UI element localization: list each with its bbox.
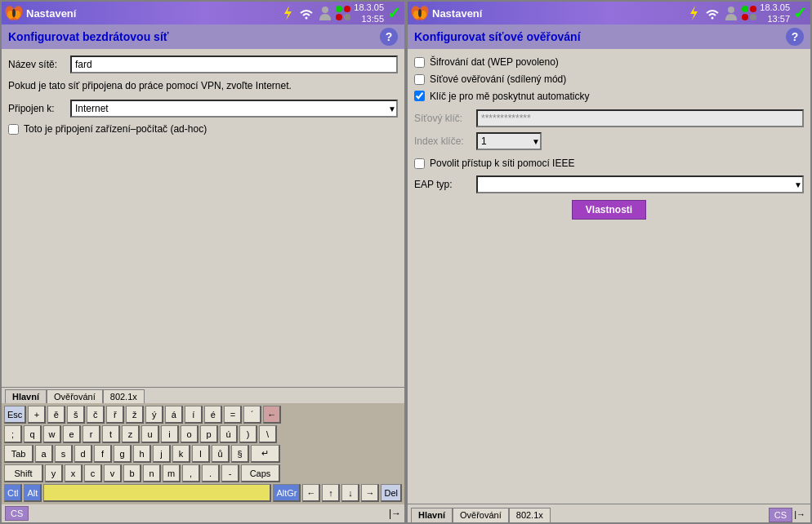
lang-button-left[interactable]: CS	[5, 506, 29, 521]
right-window-title: Nastavení	[432, 7, 682, 20]
tab-8021x-left[interactable]: 802.1x	[103, 389, 145, 403]
key-r-caron[interactable]: ř	[106, 406, 124, 424]
bottom-tab-8021x[interactable]: 802.1x	[509, 508, 551, 522]
key-s-caron[interactable]: š	[67, 406, 85, 424]
key-x[interactable]: x	[65, 464, 83, 482]
lang-button-right[interactable]: CS	[769, 508, 792, 522]
keyboard-left: Esc + ě š č ř ž ý á í é = ´ ← ; q w e	[2, 403, 404, 504]
index-select[interactable]: 1	[476, 132, 542, 150]
key-enter[interactable]: ↵	[251, 445, 280, 463]
key-altgr[interactable]: AltGr	[273, 484, 301, 502]
key-e-acute[interactable]: é	[204, 406, 222, 424]
key-t[interactable]: t	[102, 425, 120, 443]
key-hyphen[interactable]: -	[221, 464, 239, 482]
key-semicolon[interactable]: ;	[4, 425, 22, 443]
key-k[interactable]: k	[172, 445, 190, 463]
key-shift[interactable]: Shift	[4, 464, 43, 482]
key-o[interactable]: o	[181, 425, 199, 443]
bottom-spacer	[551, 508, 769, 522]
key-v[interactable]: v	[104, 464, 122, 482]
network-key-input[interactable]	[476, 109, 804, 127]
key-c[interactable]: c	[84, 464, 102, 482]
help-button-right[interactable]: ?	[786, 28, 804, 46]
key-w[interactable]: w	[43, 425, 61, 443]
key-acute[interactable]: ´	[243, 406, 261, 424]
key-right-arrow[interactable]: →	[361, 484, 379, 502]
tab-main-left[interactable]: Hlavní	[5, 389, 47, 403]
key-rparen[interactable]: )	[239, 425, 257, 443]
key-e[interactable]: e	[63, 425, 81, 443]
key-space[interactable]	[43, 484, 271, 502]
vlastnosti-button[interactable]: Vlastnosti	[572, 200, 646, 220]
key-down-arrow[interactable]: ↓	[341, 484, 359, 502]
key-a-acute[interactable]: á	[165, 406, 183, 424]
key-ctrl[interactable]: Ctl	[4, 484, 22, 502]
adhoc-row: Toto je připojení zařízení–počítač (ad-h…	[8, 122, 398, 136]
key-tab[interactable]: Tab	[4, 445, 33, 463]
key-alt[interactable]: Alt	[24, 484, 42, 502]
lightning-icon-left	[279, 5, 296, 21]
butterfly-icon-right	[411, 4, 429, 22]
network-auth-checkbox[interactable]	[414, 74, 425, 85]
wep-row: Šifrování dat (WEP povoleno)	[414, 56, 804, 69]
key-z[interactable]: z	[122, 425, 140, 443]
key-u[interactable]: u	[141, 425, 159, 443]
help-button-left[interactable]: ?	[380, 28, 398, 46]
key-a[interactable]: a	[35, 445, 53, 463]
key-z-caron[interactable]: ž	[126, 406, 144, 424]
auto-key-checkbox[interactable]	[414, 91, 425, 101]
key-g[interactable]: g	[114, 445, 132, 463]
key-c-caron[interactable]: č	[87, 406, 105, 424]
key-plus[interactable]: +	[28, 406, 46, 424]
key-n[interactable]: n	[143, 464, 161, 482]
key-s[interactable]: s	[55, 445, 73, 463]
key-d[interactable]: d	[74, 445, 92, 463]
key-q[interactable]: q	[24, 425, 42, 443]
key-left-arrow[interactable]: ←	[302, 484, 320, 502]
bottom-tab-main[interactable]: Hlavní	[411, 508, 453, 522]
key-backslash[interactable]: \	[259, 425, 277, 443]
key-esc[interactable]: Esc	[4, 406, 26, 424]
key-del[interactable]: Del	[381, 484, 402, 502]
key-up-arrow[interactable]: ↑	[322, 484, 340, 502]
key-m[interactable]: m	[163, 464, 181, 482]
left-titlebar-time: 18.3.05 13:55	[354, 2, 384, 25]
connect-select[interactable]: Internet	[70, 100, 398, 118]
key-y-acute[interactable]: ý	[145, 406, 163, 424]
left-titlebar-icons	[279, 5, 350, 21]
key-h[interactable]: h	[133, 445, 151, 463]
key-equals[interactable]: =	[224, 406, 242, 424]
key-period[interactable]: .	[202, 464, 220, 482]
wifi-icon-left	[298, 5, 315, 21]
key-caps[interactable]: Caps	[241, 464, 280, 482]
dot-red-left	[344, 6, 350, 12]
key-section[interactable]: §	[231, 445, 249, 463]
key-b[interactable]: b	[123, 464, 141, 482]
key-i-acute[interactable]: í	[185, 406, 203, 424]
right-header-title: Konfigurovat síťové ověřování	[414, 30, 581, 43]
status-dots-right	[742, 6, 756, 20]
key-e-caron[interactable]: ě	[47, 406, 65, 424]
network-key-row: Síťový klíč:	[414, 109, 804, 127]
key-r[interactable]: r	[83, 425, 100, 443]
lang-arrow-right: |→	[792, 508, 807, 522]
connect-row: Připojen k: Internet ▼	[8, 100, 398, 118]
key-comma[interactable]: ,	[182, 464, 200, 482]
tab-auth-left[interactable]: Ověřování	[47, 389, 103, 403]
eap-select[interactable]	[476, 175, 804, 193]
key-y[interactable]: y	[45, 464, 63, 482]
key-p[interactable]: p	[200, 425, 218, 443]
key-backspace[interactable]: ←	[263, 406, 281, 424]
wep-checkbox[interactable]	[414, 57, 425, 68]
ieee-checkbox[interactable]	[414, 158, 425, 169]
key-f[interactable]: f	[94, 445, 112, 463]
connect-label: Připojen k:	[8, 103, 65, 114]
key-u-ring[interactable]: ů	[212, 445, 230, 463]
key-i[interactable]: i	[161, 425, 179, 443]
network-name-input[interactable]	[70, 56, 398, 73]
bottom-tab-auth[interactable]: Ověřování	[453, 508, 509, 522]
key-j[interactable]: j	[153, 445, 171, 463]
adhoc-checkbox[interactable]	[8, 124, 19, 135]
key-u-acute[interactable]: ú	[220, 425, 238, 443]
key-l[interactable]: l	[192, 445, 210, 463]
